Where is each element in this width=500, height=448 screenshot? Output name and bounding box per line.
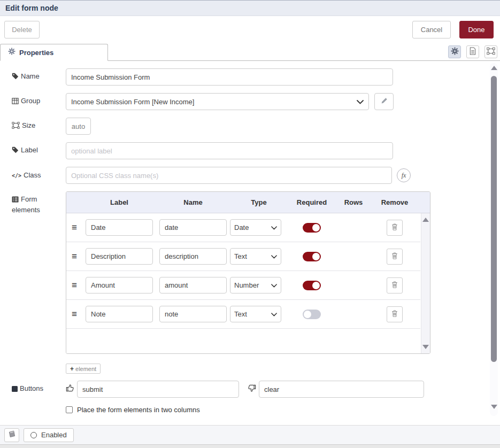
element-name-input[interactable] <box>159 306 227 322</box>
tab-bar: Properties <box>0 44 500 61</box>
page-background-strip <box>0 444 500 448</box>
enabled-label: Enabled <box>41 431 67 439</box>
scroll-down-arrow[interactable] <box>491 405 497 409</box>
group-select[interactable]: Income Submission Form [New Income] <box>66 93 369 110</box>
element-label-input[interactable] <box>86 248 153 265</box>
edit-form-node-dialog: Edit form node Delete Cancel Done Proper… <box>0 0 500 448</box>
column-header-rows: Rows <box>336 198 371 206</box>
scroll-down-arrow[interactable] <box>422 345 429 349</box>
delete-button[interactable]: Delete <box>4 21 40 38</box>
trash-icon <box>391 310 398 319</box>
size-field-label: Size <box>12 121 66 132</box>
edit-group-button[interactable] <box>374 93 394 110</box>
node-help-button[interactable] <box>4 428 19 442</box>
required-toggle[interactable] <box>303 223 321 233</box>
tag-icon <box>12 73 19 82</box>
cancel-button[interactable]: Cancel <box>412 21 451 38</box>
submit-button-label-input[interactable] <box>77 381 239 398</box>
chevron-down-icon <box>271 252 277 260</box>
element-label-input[interactable] <box>86 219 153 236</box>
trash-icon <box>391 252 398 261</box>
chevron-down-icon <box>271 281 277 289</box>
two-columns-checkbox-label: Place the form elements in two columns <box>77 406 200 414</box>
form-element-row: ≡ Text <box>66 300 420 329</box>
group-select-value: Income Submission Form [New Income] <box>71 98 194 106</box>
table-scrollbar[interactable] <box>421 213 430 353</box>
element-name-input[interactable] <box>159 219 227 236</box>
name-input[interactable] <box>66 68 393 86</box>
pencil-icon <box>381 97 388 106</box>
column-header-remove: Remove <box>371 198 418 206</box>
circle-icon <box>30 432 37 438</box>
size-auto-button[interactable]: auto <box>66 118 91 135</box>
two-columns-checkbox[interactable] <box>66 406 73 413</box>
description-tool-button[interactable] <box>466 45 479 58</box>
column-header-label: Label <box>82 198 156 206</box>
element-label-input[interactable] <box>86 306 153 322</box>
tab-tools <box>448 45 497 58</box>
remove-element-button[interactable] <box>387 306 403 322</box>
properties-tool-button[interactable] <box>448 45 461 58</box>
square-icon <box>12 385 18 395</box>
gear-icon <box>451 47 459 57</box>
trash-icon <box>391 281 398 290</box>
element-type-select[interactable]: Date <box>230 219 281 236</box>
drag-handle-icon[interactable]: ≡ <box>72 251 77 261</box>
clear-button-label-input[interactable] <box>259 381 424 398</box>
scroll-up-arrow[interactable] <box>422 218 429 222</box>
enabled-toggle-button[interactable]: Enabled <box>24 428 74 442</box>
thumbs-down-icon <box>248 384 256 395</box>
scrollbar-thumb[interactable] <box>491 76 497 362</box>
form-element-row: ≡ Text <box>66 242 420 271</box>
drag-handle-icon[interactable]: ≡ <box>72 222 77 233</box>
thumbs-up-icon <box>66 384 74 395</box>
remove-element-button[interactable] <box>387 249 403 265</box>
trash-icon <box>391 223 398 233</box>
main-scrollbar[interactable] <box>490 63 498 416</box>
form-element-row: ≡ Number <box>66 271 420 300</box>
element-name-input[interactable] <box>159 248 227 265</box>
tab-properties-label: Properties <box>19 49 53 57</box>
chevron-down-icon <box>271 310 277 318</box>
buttons-field-label: Buttons <box>12 384 66 395</box>
gear-icon <box>8 48 16 57</box>
drag-handle-icon[interactable]: ≡ <box>72 280 77 290</box>
name-field-label: Name <box>12 72 66 82</box>
add-element-button[interactable]: +element <box>66 364 101 374</box>
drag-handle-icon[interactable]: ≡ <box>72 309 77 319</box>
dialog-action-bar: Delete Cancel Done <box>0 16 500 44</box>
fx-expression-button[interactable]: fx <box>397 168 411 182</box>
list-icon <box>12 196 19 205</box>
required-toggle[interactable] <box>303 281 321 290</box>
appearance-tool-button[interactable] <box>484 45 497 58</box>
object-group-icon <box>12 122 20 132</box>
properties-panel: Name Group Income Submission Form [New I… <box>0 61 500 425</box>
group-field-label: Group <box>12 96 66 107</box>
book-icon <box>8 430 16 439</box>
scroll-up-arrow[interactable] <box>491 66 497 70</box>
tab-properties[interactable]: Properties <box>0 44 108 61</box>
remove-element-button[interactable] <box>387 220 403 236</box>
element-name-input[interactable] <box>159 277 227 293</box>
element-type-select[interactable]: Number <box>230 277 281 293</box>
element-type-select[interactable]: Text <box>230 248 281 265</box>
form-elements-table: Label Name Type Required Rows Remove ≡ D… <box>66 191 430 354</box>
class-input[interactable] <box>66 167 392 184</box>
chevron-down-icon <box>357 98 364 106</box>
form-element-row: ≡ Date <box>66 213 420 242</box>
label-input[interactable] <box>66 142 393 159</box>
chevron-down-icon <box>271 223 277 231</box>
remove-element-button[interactable] <box>387 277 403 293</box>
code-icon: </> <box>12 173 21 179</box>
required-toggle[interactable] <box>303 252 321 261</box>
column-header-name: Name <box>156 198 230 206</box>
form-elements-table-body: ≡ Date ≡ Text <box>66 213 430 353</box>
required-toggle[interactable] <box>303 310 321 319</box>
dialog-title: Edit form node <box>5 4 58 12</box>
element-type-select[interactable]: Text <box>230 306 281 322</box>
element-label-input[interactable] <box>86 277 153 293</box>
form-elements-field-label: Form elements <box>12 191 66 215</box>
column-header-required: Required <box>288 198 336 206</box>
done-button[interactable]: Done <box>459 21 494 38</box>
tag-icon <box>12 146 19 156</box>
